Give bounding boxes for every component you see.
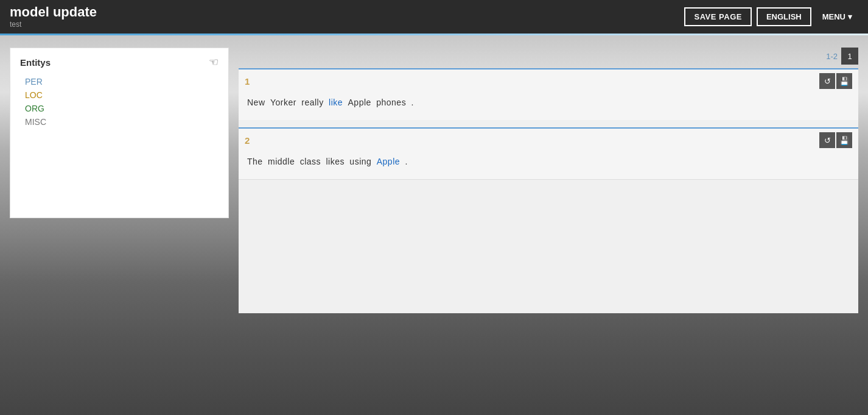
app-subtitle: test xyxy=(10,20,97,29)
header-actions: SAVE PAGE ENGLISH MENU ▾ xyxy=(684,7,858,26)
content-area: 1-2 1 1 ↺ 💾 N xyxy=(239,48,858,403)
word: . xyxy=(411,98,414,107)
header-title-block: model update test xyxy=(10,5,97,28)
pagination-row: 1-2 1 xyxy=(239,48,858,65)
save-small-icon: 💾 xyxy=(839,136,849,145)
word-highlighted: like xyxy=(329,98,343,107)
word: middle xyxy=(268,157,295,166)
entities-header: Entitys ☜ xyxy=(20,55,219,69)
word: Apple xyxy=(348,98,371,107)
word: class xyxy=(300,157,321,166)
word: . xyxy=(405,157,407,166)
pagination-current-btn[interactable]: 1 xyxy=(841,48,858,65)
sentence-2-text: The middle class likes using Apple . xyxy=(239,148,858,179)
word: likes xyxy=(326,157,345,166)
refresh-icon: ↺ xyxy=(824,77,831,86)
main-content: Entitys ☜ PER LOC ORG MISC 1-2 1 1 xyxy=(0,35,868,415)
word: using xyxy=(349,157,371,166)
entities-panel: Entitys ☜ PER LOC ORG MISC xyxy=(10,48,229,218)
menu-button[interactable]: MENU ▾ xyxy=(816,9,858,25)
sentence-1-number: 1 xyxy=(245,76,250,87)
save-page-button[interactable]: SAVE PAGE xyxy=(684,7,751,26)
sentence-2-save-btn[interactable]: 💾 xyxy=(836,132,852,148)
sentence-block-1: 1 ↺ 💾 New Yorker really like xyxy=(239,68,858,120)
sentence-1-header: 1 ↺ 💾 xyxy=(239,69,858,89)
sentence-divider xyxy=(239,120,858,127)
refresh-icon: ↺ xyxy=(824,136,831,145)
word: phones xyxy=(376,98,406,107)
entity-item-per[interactable]: PER xyxy=(20,75,219,88)
entities-title: Entitys xyxy=(20,57,51,68)
entity-item-org[interactable]: ORG xyxy=(20,102,219,115)
word: New xyxy=(247,98,265,107)
sentence-1-save-btn[interactable]: 💾 xyxy=(836,73,852,89)
sentence-2-actions: ↺ 💾 xyxy=(819,132,852,148)
word: The xyxy=(247,157,263,166)
sentence-2-header: 2 ↺ 💾 xyxy=(239,129,858,148)
entity-item-loc[interactable]: LOC xyxy=(20,88,219,102)
header: model update test SAVE PAGE ENGLISH MENU… xyxy=(0,0,868,34)
save-small-icon: 💾 xyxy=(839,77,849,86)
hand-pointer-icon[interactable]: ☜ xyxy=(209,55,219,69)
sentence-1-actions: ↺ 💾 xyxy=(819,73,852,89)
sentence-2-refresh-btn[interactable]: ↺ xyxy=(819,132,835,148)
word-highlighted: Apple xyxy=(377,157,400,166)
sentence-2-number: 2 xyxy=(245,135,250,146)
sentence-1-refresh-btn[interactable]: ↺ xyxy=(819,73,835,89)
chevron-down-icon: ▾ xyxy=(848,12,852,21)
app-title: model update xyxy=(10,5,97,20)
sentences-container: 1 ↺ 💾 New Yorker really like xyxy=(239,68,858,313)
content-spacer xyxy=(239,179,858,313)
word: really xyxy=(301,98,323,107)
menu-label: MENU xyxy=(822,12,845,21)
language-button[interactable]: ENGLISH xyxy=(757,7,811,26)
pagination-range: 1-2 xyxy=(826,52,838,61)
word: Yorker xyxy=(270,98,296,107)
entity-item-misc[interactable]: MISC xyxy=(20,115,219,129)
sentence-1-text: New Yorker really like Apple phones . xyxy=(239,89,858,120)
sentence-block-2: 2 ↺ 💾 The middle class likes xyxy=(239,127,858,179)
